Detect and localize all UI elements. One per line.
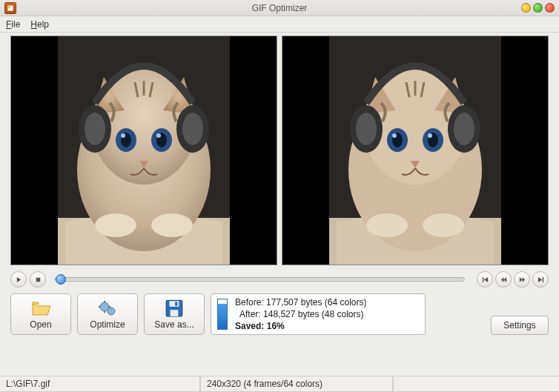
before-label: Before: — [235, 297, 264, 308]
play-button[interactable] — [10, 271, 27, 288]
action-row: Open Optimize Save as... Before: 177,507… — [0, 293, 559, 341]
save-as-button-label: Save as... — [154, 319, 194, 330]
saved-label: Saved: — [235, 321, 264, 331]
svg-rect-44 — [170, 301, 179, 307]
svg-point-9 — [182, 113, 203, 145]
menu-help[interactable]: Help — [30, 19, 49, 30]
titlebar: GIF Optimizer — [0, 0, 559, 16]
svg-rect-46 — [175, 302, 177, 305]
optimized-image — [329, 36, 501, 265]
preview-row — [0, 33, 559, 270]
window-title: GIF Optimizer — [0, 3, 559, 13]
after-label: After: — [239, 309, 261, 319]
svg-point-28 — [392, 133, 397, 138]
savings-bar-fill — [218, 304, 227, 329]
info-saved: Saved: 16% — [235, 320, 366, 332]
settings-button-label: Settings — [503, 320, 535, 330]
folder-open-icon — [31, 299, 50, 317]
gears-icon — [98, 299, 117, 317]
stop-button[interactable] — [30, 271, 46, 288]
savings-bar — [217, 299, 228, 330]
save-as-button[interactable]: Save as... — [144, 293, 205, 335]
slider-thumb[interactable] — [56, 274, 66, 285]
first-frame-button[interactable] — [477, 271, 493, 288]
optimize-button[interactable]: Optimize — [77, 293, 138, 335]
svg-point-32 — [366, 213, 408, 237]
prev-frame-button[interactable] — [495, 271, 512, 288]
statusbar: L:\GIF\7.gif 240x320 (4 frames/64 colors… — [0, 376, 559, 392]
svg-point-12 — [121, 133, 125, 138]
svg-point-33 — [423, 213, 464, 237]
after-value: 148,527 bytes (48 colors) — [263, 309, 363, 319]
info-after: After: 148,527 bytes (48 colors) — [235, 308, 366, 320]
svg-rect-45 — [171, 310, 179, 316]
svg-point-23 — [356, 113, 377, 145]
svg-rect-35 — [482, 276, 483, 282]
menubar: File Help — [0, 16, 559, 33]
open-button-label: Open — [30, 319, 51, 330]
preview-optimized — [282, 36, 549, 265]
svg-point-17 — [151, 213, 193, 237]
before-value: 177,507 bytes (64 colors) — [266, 297, 366, 308]
status-empty — [393, 376, 559, 392]
svg-point-7 — [85, 113, 105, 145]
status-filepath: L:\GIF\7.gif — [0, 376, 200, 392]
floppy-disk-icon — [165, 299, 184, 317]
saved-value: 16% — [267, 321, 285, 331]
frame-slider[interactable] — [55, 277, 465, 282]
svg-point-15 — [156, 133, 161, 138]
svg-rect-36 — [542, 276, 543, 282]
status-dimensions: 240x320 (4 frames/64 colors) — [200, 376, 393, 392]
info-before: Before: 177,507 bytes (64 colors) — [235, 296, 366, 308]
info-panel: Before: 177,507 bytes (64 colors) After:… — [211, 293, 426, 335]
settings-button[interactable]: Settings — [491, 316, 549, 335]
menu-file[interactable]: File — [6, 19, 20, 30]
svg-point-38 — [108, 308, 115, 315]
last-frame-button[interactable] — [532, 271, 549, 288]
optimize-button-label: Optimize — [90, 319, 125, 330]
svg-point-25 — [454, 113, 474, 145]
next-frame-button[interactable] — [514, 271, 530, 288]
playback-controls — [0, 270, 559, 293]
open-button[interactable]: Open — [10, 293, 71, 335]
svg-point-31 — [428, 133, 432, 138]
svg-rect-34 — [36, 277, 39, 281]
preview-original — [10, 36, 277, 265]
svg-point-16 — [95, 213, 136, 237]
original-image — [58, 36, 230, 265]
